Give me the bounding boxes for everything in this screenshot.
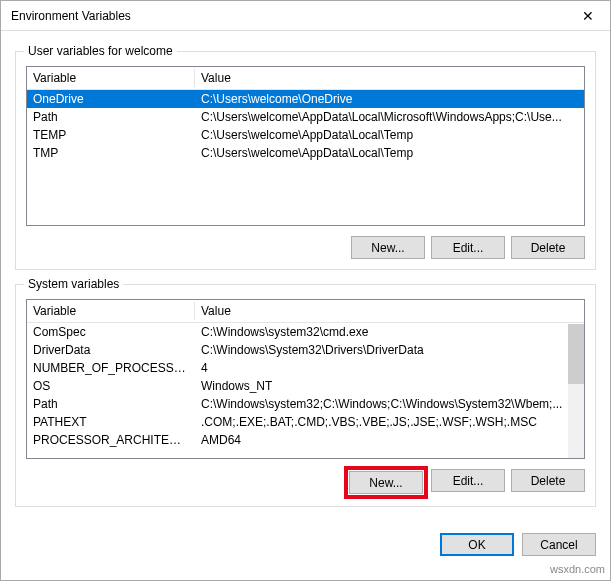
table-row[interactable]: PROCESSOR_ARCHITECTUREAMD64	[27, 431, 584, 449]
table-row[interactable]: PathC:\Windows\system32;C:\Windows;C:\Wi…	[27, 395, 584, 413]
cell-variable: NUMBER_OF_PROCESSORS	[27, 360, 195, 376]
highlight-marker: New...	[347, 469, 425, 496]
col-variable[interactable]: Variable	[27, 300, 195, 322]
window-title: Environment Variables	[11, 9, 131, 23]
titlebar: Environment Variables ✕	[1, 1, 610, 31]
user-edit-button[interactable]: Edit...	[431, 236, 505, 259]
scrollbar-thumb[interactable]	[568, 324, 584, 384]
close-icon: ✕	[582, 8, 594, 24]
system-variables-legend: System variables	[24, 277, 123, 291]
system-new-button[interactable]: New...	[349, 471, 423, 494]
table-row[interactable]: DriverDataC:\Windows\System32\Drivers\Dr…	[27, 341, 584, 359]
col-value[interactable]: Value	[195, 67, 584, 89]
cell-value: C:\Users\welcome\AppData\Local\Temp	[195, 127, 584, 143]
table-row[interactable]: PATHEXT.COM;.EXE;.BAT;.CMD;.VBS;.VBE;.JS…	[27, 413, 584, 431]
user-new-button[interactable]: New...	[351, 236, 425, 259]
table-row[interactable]: TMPC:\Users\welcome\AppData\Local\Temp	[27, 144, 584, 162]
cell-variable: OS	[27, 378, 195, 394]
cell-variable: TMP	[27, 145, 195, 161]
ok-button[interactable]: OK	[440, 533, 514, 556]
cell-value: C:\Users\welcome\OneDrive	[195, 91, 584, 107]
table-row[interactable]: PathC:\Users\welcome\AppData\Local\Micro…	[27, 108, 584, 126]
cell-variable: PROCESSOR_ARCHITECTURE	[27, 432, 195, 448]
user-variables-legend: User variables for welcome	[24, 44, 177, 58]
cell-variable: DriverData	[27, 342, 195, 358]
system-delete-button[interactable]: Delete	[511, 469, 585, 492]
col-value[interactable]: Value	[195, 300, 584, 322]
cell-variable: OneDrive	[27, 91, 195, 107]
cell-value: 4	[195, 360, 584, 376]
cell-variable: PATHEXT	[27, 414, 195, 430]
cell-variable: ComSpec	[27, 324, 195, 340]
table-row[interactable]: NUMBER_OF_PROCESSORS4	[27, 359, 584, 377]
cell-variable: TEMP	[27, 127, 195, 143]
system-variables-group: System variables Variable Value ComSpecC…	[15, 284, 596, 507]
user-table-header: Variable Value	[27, 67, 584, 90]
system-table-header: Variable Value	[27, 300, 584, 323]
user-variables-table[interactable]: Variable Value OneDriveC:\Users\welcome\…	[26, 66, 585, 226]
cancel-button[interactable]: Cancel	[522, 533, 596, 556]
system-variables-table[interactable]: Variable Value ComSpecC:\Windows\system3…	[26, 299, 585, 459]
cell-value: C:\Users\welcome\AppData\Local\Temp	[195, 145, 584, 161]
user-delete-button[interactable]: Delete	[511, 236, 585, 259]
watermark: wsxdn.com	[550, 563, 605, 575]
cell-value: AMD64	[195, 432, 584, 448]
col-variable[interactable]: Variable	[27, 67, 195, 89]
cell-variable: Path	[27, 109, 195, 125]
table-row[interactable]: ComSpecC:\Windows\system32\cmd.exe	[27, 323, 584, 341]
table-row[interactable]: TEMPC:\Users\welcome\AppData\Local\Temp	[27, 126, 584, 144]
user-variables-group: User variables for welcome Variable Valu…	[15, 51, 596, 270]
table-row[interactable]: OSWindows_NT	[27, 377, 584, 395]
cell-value: C:\Windows\System32\Drivers\DriverData	[195, 342, 584, 358]
cell-value: C:\Windows\system32;C:\Windows;C:\Window…	[195, 396, 584, 412]
table-row[interactable]: OneDriveC:\Users\welcome\OneDrive	[27, 90, 584, 108]
cell-value: .COM;.EXE;.BAT;.CMD;.VBS;.VBE;.JS;.JSE;.…	[195, 414, 584, 430]
system-edit-button[interactable]: Edit...	[431, 469, 505, 492]
cell-variable: Path	[27, 396, 195, 412]
cell-value: C:\Users\welcome\AppData\Local\Microsoft…	[195, 109, 584, 125]
close-button[interactable]: ✕	[565, 1, 610, 31]
cell-value: C:\Windows\system32\cmd.exe	[195, 324, 584, 340]
cell-value: Windows_NT	[195, 378, 584, 394]
system-scrollbar[interactable]	[568, 324, 584, 458]
